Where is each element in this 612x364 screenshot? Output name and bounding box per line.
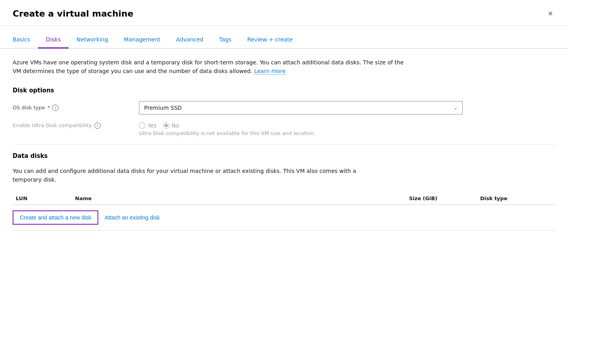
dialog: Create a virtual machine × Basics Disks …	[0, 0, 569, 364]
os-disk-type-value: Premium SSD	[144, 105, 182, 111]
ultra-disk-no-text: No	[172, 122, 179, 129]
os-disk-type-label: OS disk type * i	[13, 105, 123, 111]
tab-networking[interactable]: Networking	[69, 32, 116, 49]
create-attach-new-disk-button[interactable]: Create and attach a new disk	[13, 210, 98, 225]
tabs-list: Basics Disks Networking Management Advan…	[13, 32, 556, 48]
data-disks-description: You can add and configure additional dat…	[13, 167, 368, 184]
table-body: Create and attach a new disk Attach an e…	[13, 205, 556, 231]
description-text: Azure VMs have one operating system disk…	[13, 58, 407, 76]
ultra-disk-note: Ultra Disk compatibility is not availabl…	[139, 130, 315, 136]
dialog-title: Create a virtual machine	[13, 9, 133, 19]
ultra-disk-no-label[interactable]: No	[163, 122, 179, 129]
tab-basics[interactable]: Basics	[13, 32, 38, 49]
col-size: Size (GiB)	[406, 195, 477, 201]
tab-advanced[interactable]: Advanced	[168, 32, 211, 49]
ultra-disk-yes-radio[interactable]	[139, 122, 145, 129]
tab-review-create[interactable]: Review + create	[239, 32, 300, 49]
disk-options-section: Disk options OS disk type * i Premium SS…	[13, 87, 556, 136]
tab-tags[interactable]: Tags	[211, 32, 239, 49]
ultra-disk-radio-group: Yes No	[139, 122, 315, 129]
ultra-disk-yes-label[interactable]: Yes	[139, 122, 157, 129]
col-lun: LUN	[13, 195, 72, 201]
ultra-disk-yes-text: Yes	[148, 122, 157, 129]
ultra-disk-row: Enable Ultra Disk compatibility i Yes No	[13, 122, 556, 136]
chevron-down-icon: ⌄	[454, 105, 458, 111]
attach-existing-disk-button[interactable]: Attach an existing disk	[98, 211, 166, 224]
os-disk-type-info-icon[interactable]: i	[52, 105, 58, 111]
description-main: Azure VMs have one operating system disk…	[13, 59, 404, 74]
col-name: Name	[72, 195, 406, 201]
ultra-disk-radio-container: Yes No Ultra Disk compatibility is not a…	[139, 122, 315, 136]
data-disks-title: Data disks	[13, 152, 556, 159]
close-button[interactable]: ×	[545, 8, 556, 19]
tab-disks[interactable]: Disks	[38, 32, 68, 49]
tab-management[interactable]: Management	[116, 32, 168, 49]
learn-more-link[interactable]: Learn more	[254, 68, 286, 75]
col-disk-type: Disk type	[477, 195, 556, 201]
ultra-disk-label: Enable Ultra Disk compatibility i	[13, 122, 123, 129]
required-star: *	[47, 105, 50, 111]
tabs-container: Basics Disks Networking Management Advan…	[0, 32, 569, 49]
section-divider	[13, 144, 556, 144]
ultra-disk-no-radio[interactable]	[163, 122, 169, 129]
ultra-disk-info-icon[interactable]: i	[94, 122, 101, 129]
data-disks-section: Data disks You can add and configure add…	[13, 152, 556, 231]
disk-options-title: Disk options	[13, 87, 556, 94]
os-disk-type-select[interactable]: Premium SSD ⌄	[139, 101, 463, 114]
dialog-header: Create a virtual machine ×	[0, 0, 569, 26]
table-header: LUN Name Size (GiB) Disk type	[13, 192, 556, 205]
table-actions-row: Create and attach a new disk Attach an e…	[13, 205, 556, 230]
os-disk-type-row: OS disk type * i Premium SSD ⌄	[13, 101, 556, 114]
content-area: Azure VMs have one operating system disk…	[0, 49, 569, 240]
